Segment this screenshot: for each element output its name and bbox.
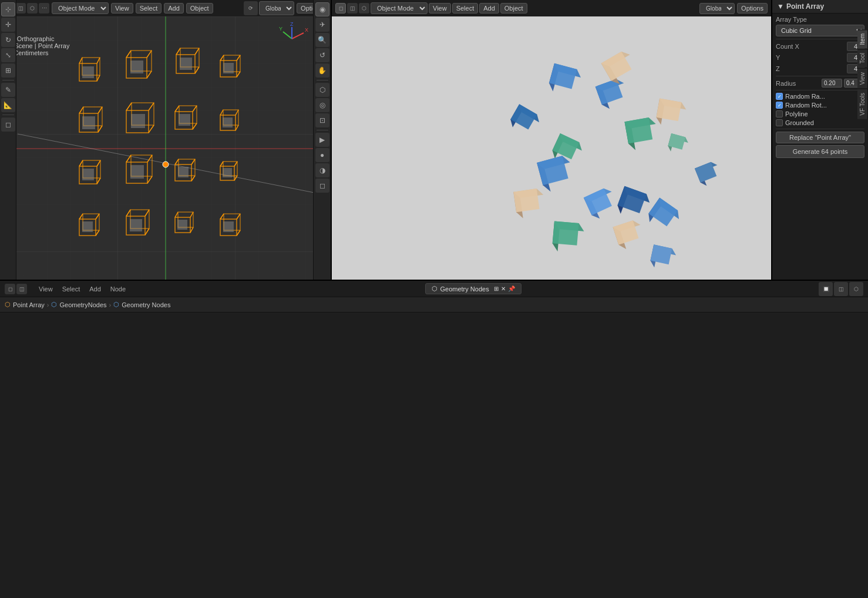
random-ra-checkbox[interactable]: ✓ — [776, 93, 783, 100]
ge-tab-copy[interactable]: ⊞ — [494, 285, 499, 292]
ne-view-menu[interactable]: View — [36, 284, 55, 294]
node-connections — [0, 313, 868, 598]
orbit[interactable]: ↺ — [315, 48, 329, 62]
ne-overlay2-icon[interactable]: ⬡ — [849, 282, 863, 296]
select-menu-left[interactable]: Select — [136, 3, 162, 14]
count-z-label: Z — [776, 65, 780, 72]
grounded-checkbox[interactable] — [776, 119, 783, 126]
svg-rect-78 — [223, 168, 232, 177]
array-type-dropdown[interactable]: Cubic Grid — [776, 25, 864, 36]
svg-rect-109 — [332, 16, 771, 280]
svg-text:X: X — [305, 27, 308, 33]
vr-shading-icon[interactable]: ⬡ — [359, 3, 369, 14]
select-menu-right[interactable]: Select — [452, 3, 479, 14]
svg-rect-65 — [130, 165, 144, 179]
breadcrumb-2[interactable]: GeometryNodes — [59, 301, 106, 308]
svg-rect-96 — [177, 220, 187, 230]
viewport-left[interactable]: ◻ ◫ ⬡ ⋯ Object Mode View Select Add Obje… — [0, 0, 332, 280]
vr-overlay-icon[interactable]: ◫ — [347, 3, 358, 14]
node-canvas[interactable]: ▼ Cube Mesh Size: X — [0, 313, 868, 598]
overlay-icon[interactable]: ◫ — [15, 3, 26, 14]
ne-add-menu[interactable]: Add — [87, 284, 103, 294]
object-menu-right[interactable]: Object — [500, 3, 527, 14]
fly-nav[interactable]: ✈ — [315, 18, 329, 32]
add-cube-tool[interactable]: ◻ — [1, 117, 15, 132]
more-icon[interactable]: ⋯ — [39, 3, 49, 14]
local-global[interactable]: ◎ — [315, 98, 329, 112]
properties-header: ▼ Point Array — [772, 0, 868, 14]
svg-rect-17 — [130, 61, 143, 73]
breadcrumb-icon-2: ⬡ — [51, 301, 57, 308]
frame-selected[interactable]: ⊡ — [315, 113, 329, 127]
options-btn-right[interactable]: Options — [737, 3, 768, 14]
generate-btn[interactable]: Generate 64 points — [776, 145, 864, 158]
shading-icon[interactable]: ⬡ — [27, 3, 38, 14]
breadcrumb-sep-1: › — [47, 301, 49, 308]
viewport-right[interactable]: ◻ ◫ ⬡ Object Mode View Select Add Object… — [332, 0, 771, 280]
axis-widget[interactable]: X Y Z — [274, 21, 309, 56]
radius-label: Radius — [776, 80, 796, 87]
svg-rect-53 — [223, 117, 233, 127]
add-menu-left[interactable]: Add — [164, 3, 184, 14]
pivot-selector-right[interactable]: Global — [699, 3, 735, 14]
view-tab[interactable]: View — [857, 68, 868, 89]
solid-view[interactable]: ◑ — [315, 163, 329, 177]
vf-tools-tab[interactable]: VF Tools — [857, 89, 868, 119]
zoom-in[interactable]: 🔍 — [315, 33, 329, 47]
ge-tab-close[interactable]: ✕ — [501, 285, 506, 292]
viewport-render-canvas[interactable] — [332, 16, 771, 280]
pan[interactable]: ✋ — [315, 63, 329, 78]
measure-tool[interactable]: 📐 — [1, 98, 15, 112]
replace-btn[interactable]: Replace "Point Array" — [776, 132, 864, 143]
item-tab[interactable]: Item — [857, 29, 868, 48]
move-tool[interactable]: ✛ — [1, 18, 15, 32]
ne-overlay-icon[interactable]: ◫ — [16, 284, 27, 294]
count-x-label: Count X — [776, 43, 799, 50]
svg-line-105 — [283, 32, 292, 39]
collapse-icon[interactable]: ▼ — [777, 2, 784, 11]
annotate-tool[interactable]: ✎ — [1, 83, 15, 97]
view-menu-right[interactable]: View — [429, 3, 451, 14]
svg-rect-11 — [82, 66, 94, 78]
node-breadcrumb: ⬡ Point Array › ⬡ GeometryNodes › ⬡ Geom… — [0, 297, 868, 313]
rotate-tool[interactable]: ↻ — [1, 33, 15, 47]
ne-view-icon[interactable]: ◻ — [5, 284, 15, 294]
ge-tab-icon: ⬡ — [432, 285, 438, 293]
array-type-label: Array Type — [776, 16, 807, 23]
svg-text:Z: Z — [290, 21, 294, 27]
wireframe-view[interactable]: ◻ — [315, 179, 329, 193]
ne-view2-icon[interactable]: ◫ — [834, 282, 848, 296]
scale-tool[interactable]: ⤡ — [1, 48, 15, 62]
object-mode-selector-left[interactable]: Object Mode — [52, 2, 109, 14]
tool-tab[interactable]: Tool — [857, 49, 868, 67]
breadcrumb-icon-3: ⬡ — [113, 301, 119, 308]
ne-select-menu[interactable]: Select — [60, 284, 83, 294]
viewport-canvas-left[interactable]: Top Orthographic (1) Scene | Point Array… — [0, 16, 331, 280]
radius-input-1[interactable] — [822, 79, 842, 88]
random-rot-checkbox[interactable]: ✓ — [776, 102, 783, 109]
vr-view-icon[interactable]: ◻ — [335, 3, 346, 14]
view-menu-left[interactable]: View — [111, 3, 133, 14]
ne-snap-icon[interactable]: 🔲 — [819, 282, 833, 296]
object-menu-left[interactable]: Object — [186, 3, 213, 14]
pivot-selector[interactable]: Global — [259, 1, 294, 15]
persp-ortho[interactable]: ⬡ — [315, 83, 329, 97]
breadcrumb-1[interactable]: Point Array — [13, 301, 45, 308]
material-preview[interactable]: ● — [315, 148, 329, 162]
ge-tab-label: Geometry Nodes — [440, 285, 489, 293]
viewport-right-toolbar: ◉ ✈ 🔍 ↺ ✋ ⬡ ◎ ⊡ ▶ ● ◑ ◻ — [313, 0, 331, 280]
geometry-nodes-tab[interactable]: ⬡ Geometry Nodes ⊞ ✕ 📌 — [425, 283, 521, 294]
render-preview[interactable]: ▶ — [315, 133, 329, 147]
breadcrumb-sep-2: › — [109, 301, 112, 308]
cursor-tool[interactable]: ⊹ — [1, 2, 15, 16]
transform-icon[interactable]: ⟳ — [244, 1, 258, 15]
view-nav[interactable]: ◉ — [315, 2, 329, 16]
object-mode-selector-right[interactable]: Object Mode — [371, 2, 428, 14]
breadcrumb-3[interactable]: Geometry Nodes — [122, 301, 170, 308]
polyline-checkbox[interactable] — [776, 110, 783, 117]
ne-node-menu[interactable]: Node — [108, 284, 128, 294]
ge-tab-pin[interactable]: 📌 — [508, 285, 515, 292]
transform-tool[interactable]: ⊞ — [1, 63, 15, 78]
node-editor[interactable]: ◻ ◫ View Select Add Node ⬡ Geometry Node… — [0, 281, 868, 598]
add-menu-right[interactable]: Add — [479, 3, 499, 14]
